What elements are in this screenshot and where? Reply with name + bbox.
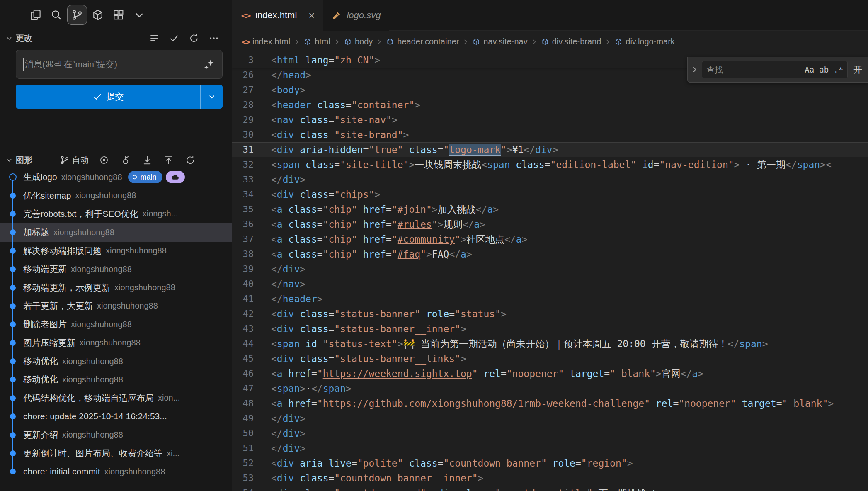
code-line-32[interactable]: 32<span class="site-title">一块钱周末挑战<span … [232,157,868,172]
breadcrumb-separator-icon [604,38,612,46]
breadcrumb-item[interactable]: html [303,37,330,46]
breadcrumb-item[interactable]: div.site-brand [541,37,601,46]
commit-button-main[interactable]: 提交 [16,85,200,109]
breadcrumb-item[interactable]: <>index.html [241,37,290,46]
breadcrumb-item[interactable]: div.logo-mark [614,37,675,46]
commit-row[interactable]: 加标题xiongshuhong88 [0,223,232,241]
code-line-35[interactable]: 35<a class="chip" href="#join">加入挑战</a> [232,202,868,217]
find-input[interactable] [706,65,800,75]
code-line-49[interactable]: 49</div> [232,411,868,426]
code-line-54[interactable]: 54<div class="countdown-card"><div class… [232,486,868,491]
target-button[interactable] [98,154,110,166]
code-line-40[interactable]: 40</nav> [232,277,868,292]
tab-logo-svg[interactable]: logo.svg [323,0,389,31]
commit-row[interactable]: 更新倒计时、图片布局、收费介绍等xi... [0,444,232,462]
commit-row[interactable]: chore: initial commitxiongshuhong88 [0,462,232,481]
circle-icon [131,174,138,180]
code-line-42[interactable]: 42<div class="status-banner" role="statu… [232,306,868,321]
code-line-48[interactable]: 48<a href="https://github.com/xiongshuho… [232,396,868,411]
view-list-button[interactable] [148,32,160,44]
commit-message-input[interactable] [25,59,203,69]
files-button[interactable] [26,5,46,25]
whole-word-toggle[interactable]: ab [819,65,829,74]
code-line-50[interactable]: 50</div> [232,426,868,441]
commit-row[interactable]: 若干更新，大更新xiongshuhong88 [0,297,232,315]
code-line-52[interactable]: 52<div aria-live="polite" class="countdo… [232,456,868,471]
commit-row[interactable]: 代码结构优化，移动端自适应布局xion... [0,389,232,407]
more-views-chevron-button[interactable] [129,5,149,25]
regex-toggle[interactable]: .* [834,65,843,74]
commit-check-button[interactable] [168,32,180,44]
pull-button[interactable] [141,154,153,166]
code-line-53[interactable]: 53<div class="countdown-banner__inner"> [232,471,868,486]
commit-row[interactable]: 移动优化xiongshuhong88 [0,352,232,370]
commit-button-label: 提交 [107,91,124,102]
toggle-replace-button[interactable] [688,57,702,82]
commit-row[interactable]: 删除老图片xiongshuhong88 [0,315,232,333]
line-number: 46 [232,366,254,381]
commit-row[interactable]: 完善robots.txt，利于SEO优化xiongsh... [0,205,232,223]
code-line-46[interactable]: 46<a href="https://weekend.sightx.top" r… [232,366,868,381]
code-line-39[interactable]: 39</div> [232,262,868,277]
commit-row[interactable]: chore: update 2025-10-14 16:24:53... [0,407,232,425]
cherry-pick-button[interactable] [119,154,132,166]
code-line-51[interactable]: 51</div> [232,441,868,456]
code-line-36[interactable]: 36<a class="chip" href="#rules">规则</a> [232,217,868,232]
search-button[interactable] [46,5,66,25]
changes-section-title: 更改 [16,33,32,44]
commit-row[interactable]: 优化sitemapxiongshuhong88 [0,186,232,204]
refresh-button[interactable] [188,32,200,44]
commit-row[interactable]: 生成logoxiongshuhong88main [0,168,232,186]
code-line-38[interactable]: 38<a class="chip" href="#faq">FAQ</a> [232,247,868,262]
code-line-43[interactable]: 43<div class="status-banner__inner"> [232,321,868,336]
extensions-button[interactable] [109,5,129,25]
push-button[interactable] [162,154,175,166]
commit-dropdown-button[interactable] [200,85,223,109]
sidebar: 更改 提交 图形 自动 [0,0,232,491]
commit-row[interactable]: 移动端更新xiongshuhong88 [0,260,232,278]
tab-index-html[interactable]: <>index.html× [232,0,323,31]
branch-badge[interactable]: main [128,171,162,183]
cloud-badge[interactable] [166,171,185,183]
match-case-toggle[interactable]: Aa [805,65,814,74]
symbol-cube-icon [472,38,480,46]
code-line-27[interactable]: 27<body> [232,83,868,97]
more-actions-button[interactable] [208,32,220,44]
code-line-30[interactable]: 30<div class="site-brand"> [232,127,868,142]
commit-button[interactable]: 提交 [16,85,223,109]
breadcrumb-item[interactable]: nav.site-nav [472,37,527,46]
code-line-45[interactable]: 45<div class="status-banner__links"> [232,351,868,366]
commit-message: 生成logo [23,171,57,183]
sparkle-icon[interactable] [203,58,216,70]
graph-section: 图形 自动 生成logoxiongshuhong88main优化sitemapx… [0,152,232,491]
commit-row[interactable]: 解决移动端排版问题xiongshuhong88 [0,242,232,260]
code-line-34[interactable]: 34<div class="chips"> [232,187,868,202]
line-number: 53 [232,471,254,486]
commit-list: 生成logoxiongshuhong88main优化sitemapxiongsh… [0,168,232,491]
branch-badge-label: main [141,173,157,182]
package-button[interactable] [88,5,108,25]
code-line-28[interactable]: 28<header class="container"> [232,97,868,112]
code-line-31[interactable]: 31<div aria-hidden="true" class="logo-ma… [232,142,868,157]
code-line-33[interactable]: 33</div> [232,172,868,187]
code-line-37[interactable]: 37<a class="chip" href="#community">社区地点… [232,232,868,247]
graph-repo-scope[interactable]: 自动 [60,155,89,166]
commit-row[interactable]: 图片压缩更新xiongshuhong88 [0,334,232,352]
breadcrumb-separator-icon [293,38,301,46]
code-line-44[interactable]: 44<span id="status-text">🚧 当前为第一期活动（尚未开始… [232,336,868,351]
commit-row[interactable]: 更新介绍xiongshuhong88 [0,425,232,444]
commit-row[interactable]: 移动优化xiongshuhong88 [0,370,232,389]
changes-section-header[interactable]: 更改 [0,30,232,46]
tab-close-button[interactable]: × [308,10,315,21]
refresh-graph-button[interactable] [184,154,196,166]
code-line-47[interactable]: 47<span>·</span> [232,381,868,396]
commit-message: 完善robots.txt，利于SEO优化 [23,208,138,220]
commit-row[interactable]: 移动端更新，示例更新xiongshuhong88 [0,278,232,297]
graph-section-header[interactable]: 图形 自动 [0,152,232,168]
code-line-29[interactable]: 29<nav class="site-nav"> [232,112,868,127]
line-number: 50 [232,426,254,441]
source-control-button[interactable] [67,5,87,25]
breadcrumb-item[interactable]: body [344,37,373,46]
code-line-41[interactable]: 41</header> [232,292,868,306]
breadcrumb-item[interactable]: header.container [386,37,459,46]
